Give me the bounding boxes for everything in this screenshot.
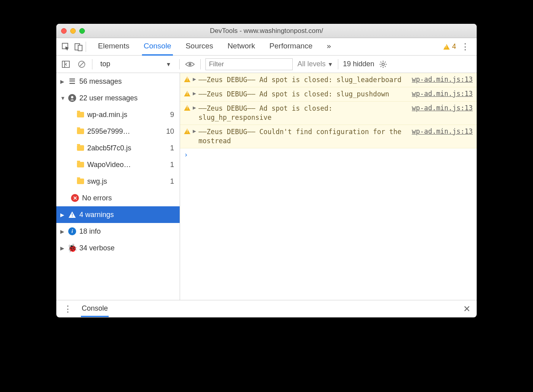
tab-performance[interactable]: Performance [268,38,314,55]
console-messages: ▶ ––Zeus DEBUG–– Ad spot is closed: slug… [180,73,477,300]
warning-icon [184,91,190,96]
tab-console[interactable]: Console [142,38,173,56]
console-entry[interactable]: ▶ ––Zeus DEBUG–– Ad spot is closed: slug… [180,87,477,102]
source-link[interactable]: wp-ad.min.js:13 [412,75,473,83]
source-link[interactable]: wp-ad.min.js:13 [412,90,473,98]
file-count: 1 [170,161,180,169]
tab-elements[interactable]: Elements [96,38,131,55]
inspect-element-icon[interactable] [60,41,71,52]
sidebar-file-item[interactable]: swg.js 1 [56,173,180,190]
list-icon [68,77,76,85]
drawer-menu-icon[interactable]: ⋮ [60,304,75,314]
main-tabbar: Elements Console Sources Network Perform… [56,38,477,56]
sidebar-verbose[interactable]: ▶ 🐞 34 verbose [56,240,180,256]
context-selector[interactable]: top ▼ [97,60,174,68]
svg-point-9 [71,96,73,98]
sidebar-file-item[interactable]: 2595e7999… 10 [56,123,180,140]
separator [92,59,92,69]
console-prompt[interactable]: › [180,148,477,161]
sidebar-warnings[interactable]: ▶ ! 4 warnings [56,206,180,223]
file-count: 1 [170,177,180,186]
console-entry[interactable]: ▶ ––Zeus DEBUG–– Couldn't find configura… [180,125,477,148]
source-link[interactable]: wp-ad.min.js:13 [412,127,473,135]
console-sidebar: ▶ 56 messages ▼ 22 user messages wp-ad.m… [56,73,180,300]
folder-icon [77,145,84,151]
filter-field [205,58,293,70]
console-entry[interactable]: ▶ ––Zeus DEBUG–– Ad spot is closed: slug… [180,102,477,125]
log-text: ––Zeus DEBUG–– Ad spot is closed: slug_h… [198,104,409,122]
file-count: 1 [170,144,180,152]
file-count: 10 [166,127,180,136]
collapse-arrow-icon: ▼ [60,95,65,101]
devtools-window: DevTools - www.washingtonpost.com/ Eleme… [56,24,477,317]
messages-label: 56 messages [79,77,122,86]
svg-text:!: ! [71,213,73,217]
file-name: WapoVideo… [87,161,131,169]
expand-arrow-icon[interactable]: ▶ [193,76,196,82]
user-icon [68,94,76,102]
separator [179,59,180,69]
filter-input[interactable] [205,58,293,70]
toggle-sidebar-icon[interactable] [60,59,71,70]
sidebar-file-item[interactable]: WapoVideo… 1 [56,156,180,173]
device-toolbar-icon[interactable] [73,41,84,52]
bug-icon: 🐞 [68,244,76,252]
source-link[interactable]: wp-ad.min.js:13 [412,104,473,112]
folder-icon [77,162,84,167]
expand-arrow-icon: ▶ [60,79,65,85]
live-expression-icon[interactable] [184,59,196,70]
warning-icon: ! [68,211,76,219]
console-entry[interactable]: ▶ ––Zeus DEBUG–– Ad spot is closed: slug… [180,73,477,87]
log-levels-selector[interactable]: All levels ▼ [297,60,333,68]
tab-network[interactable]: Network [226,38,257,55]
expand-arrow-icon[interactable]: ▶ [193,128,196,134]
log-text: ––Zeus DEBUG–– Ad spot is closed: slug_p… [198,90,409,99]
svg-line-6 [80,62,84,66]
separator [338,59,338,69]
expand-arrow-icon: ▶ [60,229,65,234]
chevron-down-icon: ▼ [166,61,171,67]
tabs-overflow[interactable]: » [325,38,333,55]
warning-icon [184,77,190,82]
warnings-badge[interactable]: 4 [443,42,456,51]
sidebar-user-messages[interactable]: ▼ 22 user messages [56,90,180,106]
drawer-tab-console[interactable]: Console [81,301,109,317]
separator [86,42,86,52]
more-options-icon[interactable]: ⋮ [458,42,473,52]
window-title: DevTools - www.washingtonpost.com/ [56,27,477,35]
hidden-count[interactable]: 19 hidden [343,60,374,68]
close-drawer-icon[interactable]: ✕ [461,304,473,314]
file-name: 2595e7999… [87,127,130,136]
file-name: swg.js [87,177,107,186]
warning-icon [184,105,190,111]
sidebar-info[interactable]: ▶ i 18 info [56,223,180,240]
error-icon: ✕ [71,194,79,202]
sidebar-file-item[interactable]: 2abcb5f7c0.js 1 [56,140,180,156]
titlebar: DevTools - www.washingtonpost.com/ [56,24,477,38]
sidebar-errors[interactable]: ✕ No errors [56,190,180,206]
folder-icon [77,112,84,117]
settings-icon[interactable] [379,60,387,68]
console-toolbar: top ▼ All levels ▼ 19 hidden [56,56,477,73]
panel-tabs: Elements Console Sources Network Perform… [96,38,333,55]
folder-icon [77,129,84,134]
log-text: ––Zeus DEBUG–– Ad spot is closed: slug_l… [198,75,409,85]
clear-console-icon[interactable] [76,59,87,70]
user-messages-label: 22 user messages [79,94,138,102]
svg-rect-2 [78,45,82,51]
tab-sources[interactable]: Sources [184,38,215,55]
expand-arrow-icon[interactable]: ▶ [193,104,196,111]
file-name: wp-ad.min.js [87,111,127,119]
svg-point-8 [382,63,384,65]
warnings-label: 4 warnings [79,211,114,219]
sidebar-file-item[interactable]: wp-ad.min.js 9 [56,106,180,123]
sidebar-messages[interactable]: ▶ 56 messages [56,73,180,90]
warnings-count: 4 [452,42,456,51]
levels-label: All levels [297,60,326,68]
warning-icon [184,129,190,134]
file-name: 2abcb5f7c0.js [87,144,131,152]
log-text: ––Zeus DEBUG–– Couldn't find configurati… [198,127,409,146]
expand-arrow-icon[interactable]: ▶ [193,90,196,96]
folder-icon [77,179,84,184]
verbose-label: 34 verbose [79,244,115,252]
